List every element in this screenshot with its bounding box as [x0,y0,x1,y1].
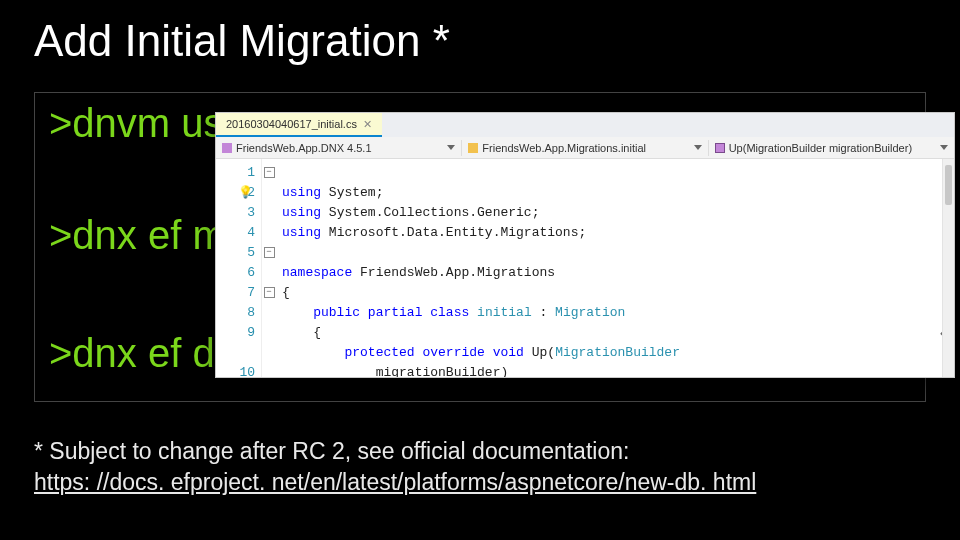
code-editor-window: 20160304040617_initial.cs ✕ FriendsWeb.A… [215,112,955,378]
fold-column: − − − [262,159,276,377]
class-icon [468,143,478,153]
scrollbar-thumb[interactable] [945,165,952,205]
method-icon [715,143,725,153]
fold-collapse-icon[interactable]: − [264,287,275,298]
close-tab-icon[interactable]: ✕ [363,118,372,131]
project-icon [222,143,232,153]
footnote-text: * Subject to change after RC 2, see offi… [34,438,629,464]
line-number: 7 [216,283,255,303]
nav-namespace-dropdown[interactable]: FriendsWeb.App.Migrations.initial [462,140,708,156]
line-number: 10 [216,363,255,378]
nav-namespace-label: FriendsWeb.App.Migrations.initial [482,142,646,154]
fold-collapse-icon[interactable]: − [264,247,275,258]
nav-project-label: FriendsWeb.App.DNX 4.5.1 [236,142,372,154]
footnote-link[interactable]: https: //docs. efproject. net/en/latest/… [34,469,756,495]
line-number: 9 [216,323,255,343]
editor-tabbar: 20160304040617_initial.cs ✕ [216,113,954,137]
line-number: 8 [216,303,255,323]
line-number: 3 [216,203,255,223]
slide-title: Add Initial Migration * [34,16,450,66]
chevron-down-icon [447,145,455,150]
code-area: 1 2 3 4 5 6 7 8 9 10 11 − − − 💡using Sys [216,159,954,377]
editor-tab[interactable]: 20160304040617_initial.cs ✕ [216,113,382,137]
lightbulb-icon[interactable]: 💡 [238,183,253,203]
terminal-line-2: >dnx ef mi [49,213,235,258]
line-number: 4 [216,223,255,243]
vertical-scrollbar[interactable] [942,159,954,377]
line-number: 1 [216,163,255,183]
code-text[interactable]: 💡using System; using System.Collections.… [276,159,954,377]
editor-navbar: FriendsWeb.App.DNX 4.5.1 FriendsWeb.App.… [216,137,954,159]
line-number: 6 [216,263,255,283]
fold-collapse-icon[interactable]: − [264,167,275,178]
line-number: 5 [216,243,255,263]
nav-project-dropdown[interactable]: FriendsWeb.App.DNX 4.5.1 [216,140,462,156]
footnote: * Subject to change after RC 2, see offi… [34,436,756,498]
chevron-down-icon [940,145,948,150]
chevron-down-icon [694,145,702,150]
tab-filename: 20160304040617_initial.cs [226,118,357,130]
nav-method-label: Up(MigrationBuilder migrationBuilder) [729,142,912,154]
nav-method-dropdown[interactable]: Up(MigrationBuilder migrationBuilder) [709,140,954,156]
